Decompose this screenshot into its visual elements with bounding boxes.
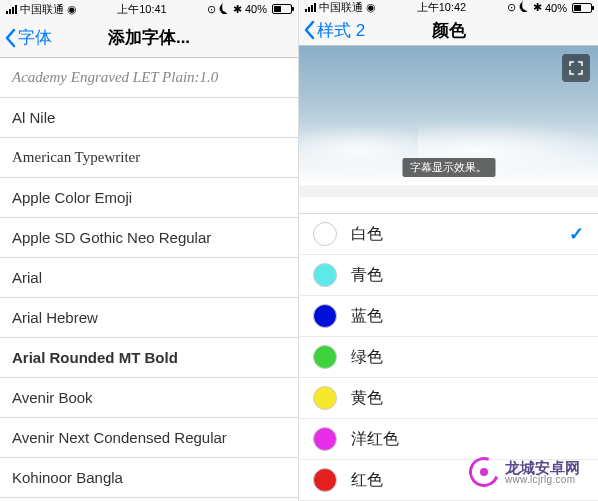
wifi-icon: ◉	[67, 3, 77, 16]
color-item-green[interactable]: 绿色	[299, 337, 598, 378]
color-label: 白色	[351, 224, 569, 245]
color-swatch	[313, 222, 337, 246]
battery-icon	[270, 4, 292, 14]
nav-title: 颜色	[432, 19, 466, 42]
color-label: 黄色	[351, 388, 584, 409]
font-item[interactable]: Kohinoor Bangla	[0, 458, 298, 498]
color-label: 青色	[351, 265, 584, 286]
expand-icon	[569, 61, 583, 75]
font-item[interactable]: Al Nile	[0, 98, 298, 138]
back-button[interactable]: 样式 2	[303, 19, 365, 42]
watermark-url: www.lcjrlg.com	[505, 475, 580, 485]
status-time: 上午10:42	[417, 0, 467, 15]
back-label: 字体	[18, 26, 52, 49]
color-label: 绿色	[351, 347, 584, 368]
font-item[interactable]: Avenir Next Condensed Regular	[0, 418, 298, 458]
status-left: 中国联通 ◉	[6, 2, 77, 17]
status-right: ⊙ ⏾ ✱ 40%	[507, 1, 592, 14]
color-item-blue[interactable]: 蓝色	[299, 296, 598, 337]
color-item-magenta[interactable]: 洋红色	[299, 419, 598, 460]
subtitle-demo: 字幕显示效果。	[402, 158, 495, 177]
battery-icon	[570, 3, 592, 13]
logo-icon	[469, 457, 499, 487]
font-item[interactable]: Apple Color Emoji	[0, 178, 298, 218]
font-item[interactable]: Avenir Book	[0, 378, 298, 418]
status-left: 中国联通 ◉	[305, 0, 376, 15]
chevron-left-icon	[303, 20, 315, 40]
chevron-left-icon	[4, 28, 16, 48]
font-item[interactable]: Apple SD Gothic Neo Regular	[0, 218, 298, 258]
color-swatch	[313, 304, 337, 328]
watermark: 龙城安卓网 www.lcjrlg.com	[469, 457, 580, 487]
font-item[interactable]: Arial Rounded MT Bold	[0, 338, 298, 378]
color-item-yellow[interactable]: 黄色	[299, 378, 598, 419]
preview-area: 字幕显示效果。	[299, 46, 598, 185]
back-button[interactable]: 字体	[4, 26, 52, 49]
alarm-icon: ⊙ ⏾ ✱	[207, 3, 242, 16]
signal-icon	[6, 5, 17, 14]
color-label: 蓝色	[351, 306, 584, 327]
color-item-cyan[interactable]: 青色	[299, 255, 598, 296]
color-swatch	[313, 427, 337, 451]
carrier-label: 中国联通	[319, 0, 363, 15]
nav-title: 添加字体...	[108, 26, 190, 49]
font-item[interactable]: Arial	[0, 258, 298, 298]
font-item[interactable]: Arial Hebrew	[0, 298, 298, 338]
alarm-icon: ⊙ ⏾ ✱	[507, 1, 542, 14]
back-label: 样式 2	[317, 19, 365, 42]
color-label: 洋红色	[351, 429, 584, 450]
battery-label: 40%	[545, 2, 567, 14]
status-right: ⊙ ⏾ ✱ 40%	[207, 3, 292, 16]
font-item[interactable]: Academy Engraved LET Plain:1.0	[0, 58, 298, 98]
expand-button[interactable]	[562, 54, 590, 82]
color-swatch	[313, 386, 337, 410]
carrier-label: 中国联通	[20, 2, 64, 17]
nav-bar: 字体 添加字体...	[0, 18, 298, 58]
check-icon: ✓	[569, 223, 584, 245]
color-swatch	[313, 468, 337, 492]
signal-icon	[305, 3, 316, 12]
color-swatch	[313, 263, 337, 287]
nav-bar: 样式 2 颜色	[299, 15, 598, 46]
status-bar: 中国联通 ◉ 上午10:41 ⊙ ⏾ ✱ 40%	[0, 0, 298, 18]
color-swatch	[313, 345, 337, 369]
font-item[interactable]: American Typewriter	[0, 138, 298, 178]
color-item-white[interactable]: 白色 ✓	[299, 214, 598, 255]
status-bar: 中国联通 ◉ 上午10:42 ⊙ ⏾ ✱ 40%	[299, 0, 598, 15]
section-gap	[299, 185, 598, 197]
watermark-title: 龙城安卓网	[505, 460, 580, 475]
font-list[interactable]: Academy Engraved LET Plain:1.0 Al Nile A…	[0, 58, 298, 501]
battery-label: 40%	[245, 3, 267, 15]
font-screen: 中国联通 ◉ 上午10:41 ⊙ ⏾ ✱ 40% 字体 添加字体... Acad…	[0, 0, 299, 501]
color-screen: 中国联通 ◉ 上午10:42 ⊙ ⏾ ✱ 40% 样式 2 颜色	[299, 0, 598, 501]
wifi-icon: ◉	[366, 1, 376, 14]
status-time: 上午10:41	[117, 2, 167, 17]
